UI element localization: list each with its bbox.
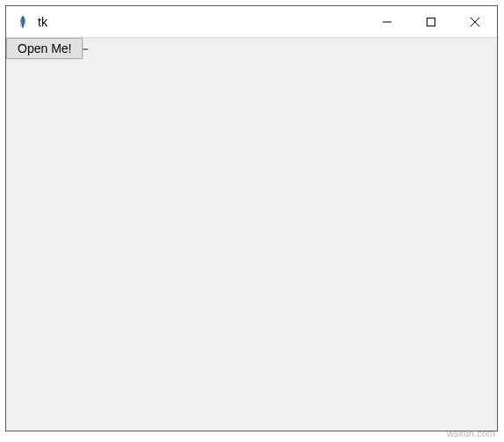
watermark-text: wsxdn.com bbox=[447, 428, 495, 438]
window-title: tk bbox=[38, 15, 365, 29]
window-controls bbox=[365, 6, 497, 37]
titlebar[interactable]: tk bbox=[6, 6, 497, 38]
client-area: Open Me! bbox=[6, 38, 497, 431]
close-icon bbox=[470, 17, 480, 27]
svg-rect-1 bbox=[427, 18, 435, 26]
maximize-icon bbox=[426, 17, 436, 27]
minimize-button[interactable] bbox=[365, 6, 409, 37]
open-me-button[interactable]: Open Me! bbox=[6, 38, 83, 59]
close-button[interactable] bbox=[453, 6, 497, 37]
maximize-button[interactable] bbox=[409, 6, 453, 37]
minimize-icon bbox=[382, 17, 392, 27]
app-window: tk Open Me! bbox=[5, 5, 498, 431]
indicator-tick bbox=[83, 48, 88, 50]
tk-feather-icon bbox=[15, 14, 31, 30]
